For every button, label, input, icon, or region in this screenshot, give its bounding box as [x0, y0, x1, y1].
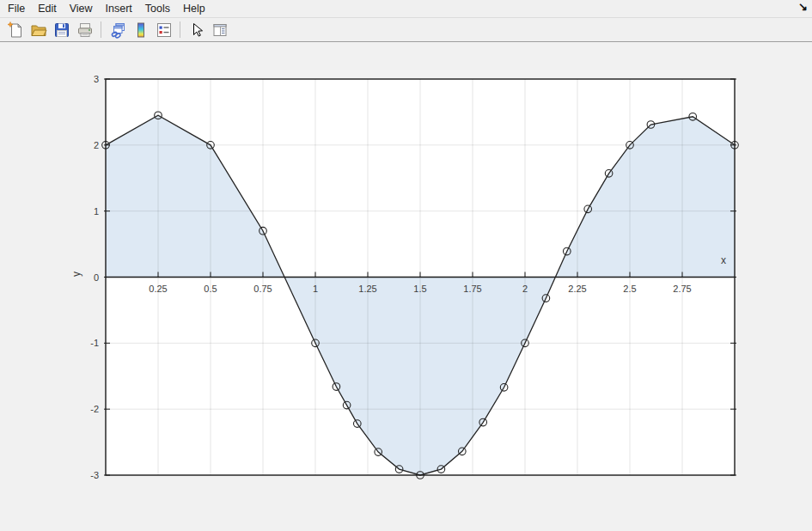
open-file-button[interactable] [27, 20, 49, 40]
toolbar-separator [180, 21, 180, 38]
plot-tools-button[interactable] [209, 20, 230, 40]
insert-colorbar-button[interactable] [130, 20, 151, 40]
figure-window: File Edit View Insert Tools Help ↘ [0, 0, 812, 531]
new-figure-button[interactable] [4, 20, 26, 40]
menu-edit[interactable]: Edit [32, 1, 63, 16]
y-tick-label: -2 [90, 404, 99, 414]
x-tick-label: 0.75 [253, 284, 272, 294]
save-figure-icon [53, 21, 70, 39]
x-tick-label: 1.25 [358, 284, 376, 294]
open-file-icon [30, 21, 47, 39]
link-plot-button[interactable] [107, 20, 128, 40]
x-tick-label: 2.5 [623, 284, 636, 294]
menu-file[interactable]: File [2, 1, 31, 16]
new-figure-icon [7, 21, 24, 39]
y-tick-label: 3 [94, 74, 99, 84]
menu-tools[interactable]: Tools [139, 1, 176, 16]
plot-area: 0.250.50.7511.251.51.7522.252.52.753210-… [0, 42, 812, 531]
x-tick-label: 1.5 [413, 284, 426, 294]
menu-insert[interactable]: Insert [100, 1, 138, 16]
menu-help[interactable]: Help [177, 1, 211, 16]
menu-view[interactable]: View [64, 1, 99, 16]
edit-plot-icon [188, 21, 205, 39]
x-tick-label: 1.75 [463, 284, 481, 294]
toolbar-separator [101, 21, 101, 38]
insert-colorbar-icon [132, 21, 150, 39]
y-tick-label: 2 [94, 140, 99, 150]
plot-tools-icon [211, 21, 229, 39]
save-figure-button[interactable] [51, 20, 72, 40]
y-tick-label: 0 [94, 272, 99, 283]
x-tick-label: 1 [313, 284, 318, 294]
x-axis-label: x [721, 254, 726, 266]
y-axis-label: y [70, 272, 82, 277]
print-figure-icon [76, 21, 94, 39]
link-plot-icon [109, 21, 126, 39]
edit-plot-button[interactable] [186, 20, 207, 40]
x-tick-label: 2.25 [568, 284, 586, 294]
x-tick-label: 0.25 [149, 284, 167, 294]
x-tick-label: 2 [522, 284, 528, 294]
x-tick-label: 2.75 [673, 284, 691, 294]
toolbar [0, 18, 812, 42]
y-tick-label: 1 [94, 206, 99, 217]
toolbar-overflow-icon[interactable]: ↘ [798, 0, 808, 13]
x-tick-label: 0.5 [204, 284, 217, 294]
insert-legend-button[interactable] [153, 20, 174, 40]
y-tick-label: -1 [90, 338, 99, 348]
y-tick-label: -3 [90, 470, 99, 480]
insert-legend-icon [156, 21, 173, 39]
figure-canvas[interactable]: 0.250.50.7511.251.51.7522.252.52.753210-… [0, 42, 812, 531]
menubar: File Edit View Insert Tools Help ↘ [0, 0, 812, 18]
print-figure-button[interactable] [74, 20, 95, 40]
